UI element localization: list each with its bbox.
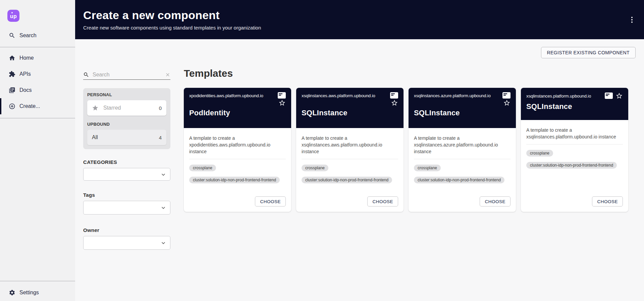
all-count: 4 [159, 135, 162, 140]
content-column: Create a new component Create new softwa… [75, 0, 644, 301]
card-type: xpodidentities.aws.platform.upbound.io [189, 93, 263, 98]
card-tags: crossplanecluster:solution-idp-non-prod-… [302, 159, 398, 183]
card-title: SQLInstance [526, 102, 623, 111]
plus-circle-icon [9, 103, 15, 110]
filter-search-input[interactable] [93, 72, 165, 78]
card-description: A template to create a xsqlinstances.pla… [526, 127, 623, 140]
star-icon [92, 105, 99, 111]
search-icon [9, 32, 15, 39]
template-card-header: xsqlinstances.platform.upbound.io SQLIns… [521, 88, 628, 120]
owner-label: Owner [83, 227, 170, 233]
template-card-icon [502, 92, 511, 99]
page-header: Create a new component Create new softwa… [75, 0, 644, 39]
register-existing-component-button[interactable]: REGISTER EXISTING COMPONENT [541, 47, 636, 58]
star-toggle-icon[interactable] [503, 99, 511, 107]
home-icon [9, 55, 15, 61]
card-description: A template to create a xpodidentities.aw… [189, 135, 286, 155]
template-card-icon [278, 92, 286, 99]
tag-pill: cluster:solution-idp-non-prod-frontend-f… [526, 162, 617, 169]
kebab-menu-icon[interactable] [628, 15, 636, 24]
main-area: REGISTER EXISTING COMPONENT PERSONAL Sta… [75, 39, 644, 301]
template-card-header: xpodidentities.aws.platform.upbound.io P… [184, 88, 291, 128]
sidebar-item-docs[interactable]: Docs [0, 82, 75, 98]
card-tags: crossplanecluster:solution-idp-non-prod-… [189, 159, 286, 183]
card-type: xsqlinstances.azure.platform.upbound.io [414, 93, 491, 98]
chevron-down-icon [160, 240, 167, 246]
filter-row-starred[interactable]: Starred 0 [87, 100, 166, 116]
owner-select[interactable] [83, 236, 170, 250]
sidebar-item-home[interactable]: Home [0, 50, 75, 66]
sidebar-item-label: Search [19, 33, 37, 39]
categories-select[interactable] [83, 168, 170, 181]
card-type: xsqlinstances.aws.platform.upbound.io [302, 93, 375, 98]
choose-button[interactable]: CHOOSE [367, 196, 398, 206]
sidebar-item-label: Settings [19, 290, 39, 296]
tags-select[interactable] [83, 201, 170, 215]
tag-pill: crossplane [189, 165, 216, 171]
sidebar-item-create[interactable]: Create... [0, 98, 75, 114]
template-grid: xpodidentities.aws.platform.upbound.io P… [184, 88, 640, 212]
gear-icon [9, 289, 15, 296]
templates-section: Templates xpodidentities.aws.platform.up… [184, 68, 640, 212]
choose-button[interactable]: CHOOSE [255, 196, 286, 206]
sidebar-divider [0, 47, 75, 47]
template-card-body: A template to create a xpodidentities.aw… [184, 128, 291, 212]
template-card-body: A template to create a xsqlinstances.aws… [296, 128, 404, 212]
template-card-icon [390, 92, 398, 99]
upbound-section-label: UPBOUND [87, 122, 166, 127]
star-toggle-icon[interactable] [278, 99, 286, 107]
templates-heading: Templates [184, 68, 640, 79]
filter-row-all[interactable]: All 4 [87, 130, 166, 145]
logo-dot [11, 12, 13, 13]
tags-filter: Tags [83, 192, 170, 215]
sidebar: up Search Home APIs Docs Create... [0, 0, 75, 301]
sidebar-item-settings[interactable]: Settings [0, 285, 75, 301]
filter-panel: PERSONAL Starred 0 UPBOUND All 4 CATEGOR… [83, 70, 170, 250]
personal-section-label: PERSONAL [87, 92, 166, 97]
sidebar-item-apis[interactable]: APIs [0, 66, 75, 82]
card-title: SQLInstance [302, 109, 398, 117]
template-card-header: xsqlinstances.azure.platform.upbound.io … [409, 88, 516, 128]
tag-pill: cluster:solution-idp-non-prod-frontend-f… [414, 177, 504, 183]
starred-count: 0 [159, 105, 162, 111]
tag-pill: cluster:solution-idp-non-prod-frontend-f… [302, 177, 392, 183]
upbound-logo[interactable]: up [7, 10, 19, 22]
docs-icon [9, 87, 15, 94]
owner-filter: Owner [83, 227, 170, 250]
template-card: xpodidentities.aws.platform.upbound.io P… [184, 88, 291, 212]
all-label: All [92, 134, 98, 140]
choose-button[interactable]: CHOOSE [592, 196, 623, 206]
star-toggle-icon[interactable] [615, 92, 623, 100]
card-type: xsqlinstances.platform.upbound.io [526, 94, 591, 99]
search-icon [83, 72, 89, 78]
card-title: PodIdentity [189, 109, 286, 117]
sidebar-item-search[interactable]: Search [0, 27, 75, 44]
template-card-body: A template to create a xsqlinstances.pla… [521, 120, 628, 212]
sidebar-divider [0, 118, 75, 118]
card-tags: crossplanecluster:solution-idp-non-prod-… [414, 159, 511, 183]
tag-pill: crossplane [414, 165, 441, 171]
template-card: xsqlinstances.azure.platform.upbound.io … [409, 88, 516, 212]
page-title: Create a new component [83, 9, 644, 22]
card-title: SQLInstance [414, 109, 511, 117]
tag-pill: cluster:solution-idp-non-prod-frontend-f… [189, 177, 280, 183]
choose-button[interactable]: CHOOSE [480, 196, 511, 206]
tags-label: Tags [83, 192, 170, 198]
card-tags: crossplanecluster:solution-idp-non-prod-… [526, 144, 623, 169]
categories-label: CATEGORIES [83, 159, 170, 165]
sidebar-item-label: Home [19, 55, 34, 61]
template-card-icon [605, 93, 613, 99]
chevron-down-icon [160, 204, 167, 211]
app-root: up Search Home APIs Docs Create... [0, 0, 644, 301]
sidebar-divider [0, 281, 75, 281]
template-card-body: A template to create a xsqlinstances.azu… [409, 128, 516, 212]
page-subtitle: Create new software components using sta… [83, 25, 644, 31]
card-description: A template to create a xsqlinstances.azu… [414, 135, 511, 155]
sidebar-item-label: APIs [19, 71, 31, 77]
card-description: A template to create a xsqlinstances.aws… [302, 135, 398, 155]
clear-search-icon[interactable] [165, 72, 170, 77]
template-card: xsqlinstances.platform.upbound.io SQLIns… [521, 88, 628, 212]
tag-pill: crossplane [302, 165, 328, 171]
star-toggle-icon[interactable] [391, 99, 398, 107]
chevron-down-icon [160, 171, 167, 178]
